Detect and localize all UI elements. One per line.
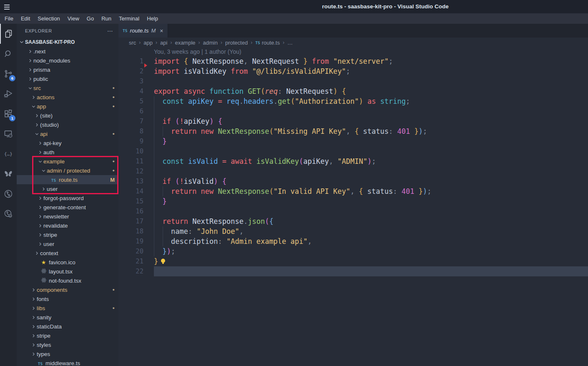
code-line-16[interactable]: 16 [118, 206, 588, 216]
breadcrumb-item-route-ts[interactable]: TS route.ts [255, 40, 280, 46]
source-control-icon[interactable]: 6 [0, 64, 17, 84]
code-line-7[interactable]: 7 if (!apiKey) { [118, 116, 588, 126]
extensions-icon[interactable]: 1 [0, 104, 17, 124]
tree-file-layout-tsx[interactable]: layout.tsx [17, 267, 118, 276]
tree-folder-libs[interactable]: libs● [17, 303, 118, 313]
tree-folder-stripe[interactable]: stripe [17, 331, 118, 340]
tree-folder-forgot-password[interactable]: forgot-password [17, 193, 118, 203]
tree-folder-newsletter[interactable]: newsletter [17, 212, 118, 221]
tree-folder-node-modules[interactable]: node_modules [17, 56, 118, 65]
tree-file-route-ts[interactable]: TSroute.tsM [17, 175, 118, 184]
tree-folder-sanity[interactable]: sanity [17, 313, 118, 322]
menu-terminal[interactable]: Terminal [115, 13, 143, 24]
workspace-root-label: SAASBASE-KIT-PRO [25, 39, 75, 45]
breadcrumb-item-app[interactable]: app [143, 40, 153, 46]
close-icon[interactable]: × [158, 28, 163, 34]
more-actions-icon[interactable]: ⋯ [107, 28, 113, 34]
tree-folder-context[interactable]: context [17, 248, 118, 258]
code-line-6[interactable]: 6 [118, 106, 588, 116]
tree-folder-user[interactable]: user [17, 239, 118, 248]
hamburger-menu-icon[interactable] [4, 3, 11, 10]
breadcrumb-item-src[interactable]: src [129, 40, 136, 46]
tree-folder-types[interactable]: types [17, 349, 118, 358]
code-line-17[interactable]: 17 return NextResponse.json({ [118, 216, 588, 226]
menu-view[interactable]: View [64, 13, 83, 24]
tree-folder-src[interactable]: src● [17, 83, 118, 93]
tree-file-not-found-tsx[interactable]: not-found.tsx [17, 276, 118, 285]
tree-folder-app[interactable]: app● [17, 102, 118, 111]
gitlens-search-icon[interactable]: @ [0, 204, 17, 224]
code-line-22[interactable]: 22 [118, 266, 588, 276]
code-line-19[interactable]: 19 description: "Admin example api", [118, 236, 588, 246]
gitlens-icon[interactable] [0, 184, 17, 204]
tree-file-favicon-ico[interactable]: ★favicon.ico [17, 258, 118, 267]
tree-folder-auth[interactable]: auth [17, 148, 118, 157]
menu-go[interactable]: Go [83, 13, 98, 24]
tree-folder-example[interactable]: example● [17, 157, 118, 166]
code-line-10[interactable]: 10 [118, 146, 588, 156]
snippets-braces-icon[interactable]: {…} [0, 144, 17, 164]
tree-folder-stripe[interactable]: stripe [17, 230, 118, 239]
code-line-3[interactable]: 3 [118, 76, 588, 86]
line-number: 4 [118, 86, 143, 96]
code-line-14[interactable]: 14 return new NextResponse("In valid API… [118, 186, 588, 196]
tree-folder-prisma[interactable]: prisma [17, 65, 118, 74]
breadcrumb-item--[interactable]: … [287, 40, 293, 46]
code-line-1[interactable]: 1import { NextResponse, NextRequest } fr… [118, 56, 588, 66]
code-line-21[interactable]: 21} [118, 256, 588, 266]
workspace-root-row[interactable]: SAASBASE-KIT-PRO [17, 38, 118, 47]
code-line-11[interactable]: 11 const isValid = await isValidKey(apiK… [118, 156, 588, 166]
chevron-right-icon [37, 213, 43, 220]
tree-folder-api-key[interactable]: api-key [17, 138, 118, 148]
line-content: } [154, 256, 588, 266]
tree-folder-staticdata[interactable]: staticData [17, 322, 118, 331]
breadcrumb-item-admin[interactable]: admin [203, 40, 218, 46]
menu-run[interactable]: Run [98, 13, 115, 24]
tree-folder-api[interactable]: api● [17, 129, 118, 138]
butterfly-icon[interactable] [0, 164, 17, 184]
tree-folder-public[interactable]: public [17, 74, 118, 83]
tree-folder-revalidate[interactable]: revalidate [17, 221, 118, 230]
menu-selection[interactable]: Selection [34, 13, 63, 24]
code-line-15[interactable]: 15 } [118, 196, 588, 206]
tree-folder-user[interactable]: user [17, 184, 118, 193]
tree-file-middleware-ts[interactable]: TSmiddleware.ts [17, 358, 118, 366]
code-editor[interactable]: 1import { NextResponse, NextRequest } fr… [118, 56, 588, 276]
tree-folder-admin-protected[interactable]: admin / protected● [17, 166, 118, 175]
tree-folder-fonts[interactable]: fonts [17, 294, 118, 303]
tree-folder--site-[interactable]: (site) [17, 111, 118, 120]
remote-explorer-icon[interactable] [0, 124, 17, 144]
tree-folder-components[interactable]: components● [17, 285, 118, 294]
explorer-icon[interactable] [0, 24, 17, 44]
tab-route-ts[interactable]: TS route.ts M × [118, 24, 168, 38]
tree-folder--next[interactable]: .next [17, 47, 118, 56]
code-line-2[interactable]: 2import isValidKey from "@/libs/isValidA… [118, 66, 588, 76]
code-line-4[interactable]: 4export async function GET(req: NextRequ… [118, 86, 588, 96]
code-line-8[interactable]: 8 return new NextResponse("Missing API K… [118, 126, 588, 136]
tree-item-label: fonts [37, 296, 49, 302]
lightbulb-icon[interactable] [158, 257, 166, 266]
search-icon[interactable] [0, 44, 17, 64]
menu-edit[interactable]: Edit [17, 13, 34, 24]
breadcrumb-item-api[interactable]: api [160, 40, 167, 46]
code-line-13[interactable]: 13 if (!isValid) { [118, 176, 588, 186]
code-line-5[interactable]: 5 const apiKey = req.headers.get("Author… [118, 96, 588, 106]
code-line-9[interactable]: 9 } [118, 136, 588, 146]
chevron-right-icon [30, 286, 37, 293]
line-number: 11 [118, 156, 143, 166]
menu-help[interactable]: Help [143, 13, 162, 24]
git-blame-annotation: You, 3 weeks ago | 1 author (You) [118, 48, 588, 56]
code-line-18[interactable]: 18 name: "John Doe", [118, 226, 588, 236]
code-line-20[interactable]: 20 }); [118, 246, 588, 256]
line-content: } [154, 136, 588, 146]
tree-folder-generate-content[interactable]: generate-content [17, 203, 118, 212]
tree-folder--studio-[interactable]: (studio) [17, 120, 118, 129]
tree-folder-actions[interactable]: actions● [17, 93, 118, 102]
breadcrumb-item-example[interactable]: example [175, 40, 195, 46]
run-debug-icon[interactable] [0, 84, 17, 104]
code-line-12[interactable]: 12 [118, 166, 588, 176]
tree-folder-styles[interactable]: styles [17, 340, 118, 349]
menu-file[interactable]: File [1, 13, 17, 24]
breadcrumb-item-protected[interactable]: protected [225, 40, 248, 46]
modified-dot-badge: ● [113, 104, 115, 108]
